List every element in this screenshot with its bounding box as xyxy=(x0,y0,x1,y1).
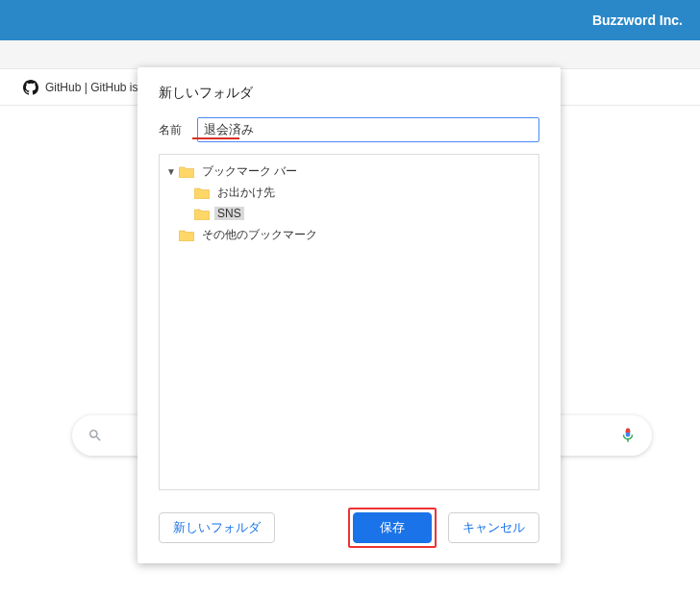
tree-child-label: お出かけ先 xyxy=(214,185,278,201)
bookmark-item-label[interactable]: GitHub | GitHub is... xyxy=(45,81,147,94)
dialog-title: 新しいフォルダ xyxy=(159,85,539,102)
tree-child[interactable]: SNS xyxy=(163,203,535,224)
folder-tree[interactable]: ▼ ブックマーク バー お出かけ先 SNS その他のブックマーク xyxy=(159,154,539,490)
new-folder-dialog: 新しいフォルダ 名前 ▼ ブックマーク バー お出かけ先 SNS その他のブック… xyxy=(138,67,561,563)
toolbar-placeholder xyxy=(0,40,700,69)
save-highlight-ring: 保存 xyxy=(348,508,437,548)
name-label: 名前 xyxy=(159,122,197,138)
search-icon xyxy=(88,428,103,443)
mic-icon[interactable] xyxy=(619,425,637,446)
tree-child[interactable]: お出かけ先 xyxy=(163,182,535,203)
tree-other-label: その他のブックマーク xyxy=(199,227,320,243)
tree-other[interactable]: その他のブックマーク xyxy=(163,224,535,245)
save-button[interactable]: 保存 xyxy=(353,512,432,543)
dialog-footer: 新しいフォルダ 保存 キャンセル xyxy=(159,508,539,548)
folder-icon xyxy=(194,208,210,220)
github-icon xyxy=(23,80,38,95)
folder-icon xyxy=(179,229,194,241)
folder-icon xyxy=(194,186,210,199)
folder-icon xyxy=(179,165,194,178)
folder-name-input[interactable] xyxy=(197,117,539,142)
chevron-down-icon[interactable]: ▼ xyxy=(165,166,177,177)
tree-root[interactable]: ▼ ブックマーク バー xyxy=(163,161,535,182)
new-folder-button[interactable]: 新しいフォルダ xyxy=(159,512,275,543)
tree-root-label: ブックマーク バー xyxy=(199,163,300,180)
cancel-button[interactable]: キャンセル xyxy=(448,512,539,543)
brand-header: Buzzword Inc. xyxy=(0,0,700,40)
brand-name: Buzzword Inc. xyxy=(592,12,683,28)
spellcheck-underline xyxy=(192,137,239,139)
tree-child-label: SNS xyxy=(214,207,244,220)
